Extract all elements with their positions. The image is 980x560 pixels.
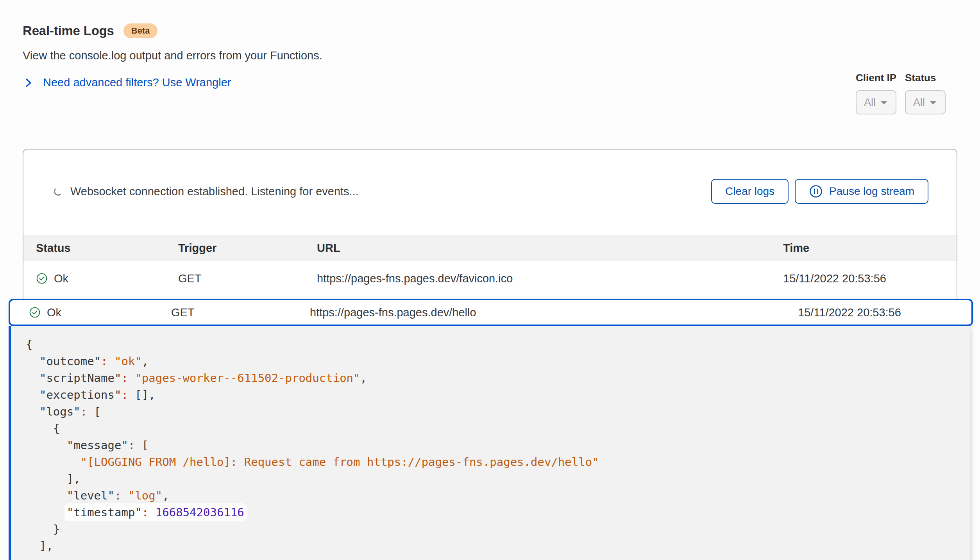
expanded-row-status: Ok [47,306,61,319]
page-header: Real-time Logs Beta View the console.log… [0,0,980,89]
websocket-status-text: Websocket connection established. Listen… [70,185,359,198]
caret-down-icon [929,96,937,109]
page-subtitle: View the console.log output and errors f… [23,49,980,62]
clear-logs-button[interactable]: Clear logs [711,179,789,204]
client-ip-dropdown[interactable]: All [856,90,896,114]
column-header-status: Status [23,242,178,255]
expanded-log-entry: Ok GET https://pages-fns.pages.dev/hello… [9,299,973,560]
client-ip-dropdown-value: All [864,96,876,109]
check-circle-icon [29,307,41,318]
status-filter-label: Status [905,72,946,84]
row-trigger: GET [178,272,317,285]
beta-badge: Beta [123,23,158,38]
check-circle-icon [36,273,48,284]
status-dropdown-value: All [913,96,925,109]
realtime-logs-page: Real-time Logs Beta View the console.log… [0,0,980,560]
expanded-row-time: 15/11/2022 20:53:56 [798,306,971,319]
logs-toolbar: Websocket connection established. Listen… [23,179,957,204]
json-code: { "outcome": "ok", "scriptName": "pages-… [26,336,954,555]
expanded-row-trigger: GET [171,306,310,319]
wrangler-link-label: Need advanced filters? Use Wrangler [43,76,231,89]
expanded-log-detail: { "outcome": "ok", "scriptName": "pages-… [9,326,970,560]
page-title: Real-time Logs [23,23,114,38]
table-row[interactable]: Ok GET https://pages-fns.pages.dev/favic… [23,261,957,296]
spinner-icon [54,187,63,196]
logs-panel: Websocket connection established. Listen… [23,149,957,299]
pause-log-stream-button[interactable]: Pause log stream [795,179,928,204]
chevron-right-icon [23,77,34,89]
status-dropdown[interactable]: All [905,90,946,114]
pause-icon [809,184,823,198]
column-header-url: URL [317,242,783,255]
expanded-table-row[interactable]: Ok GET https://pages-fns.pages.dev/hello… [9,299,973,326]
log-table: Status Trigger URL Time Ok GET https://p… [23,235,957,296]
row-time: 15/11/2022 20:53:56 [783,272,957,285]
row-url: https://pages-fns.pages.dev/favicon.ico [317,272,783,285]
client-ip-label: Client IP [856,72,896,84]
clear-logs-label: Clear logs [725,185,774,198]
column-header-trigger: Trigger [178,242,317,255]
pause-log-stream-label: Pause log stream [829,185,914,198]
table-header-row: Status Trigger URL Time [23,235,957,261]
wrangler-link[interactable]: Need advanced filters? Use Wrangler [23,76,231,89]
row-status: Ok [54,272,68,285]
column-header-time: Time [783,242,957,255]
caret-down-icon [880,96,888,109]
log-filters: Client IP All Status All [856,72,946,114]
expanded-row-url: https://pages-fns.pages.dev/hello [310,306,798,319]
